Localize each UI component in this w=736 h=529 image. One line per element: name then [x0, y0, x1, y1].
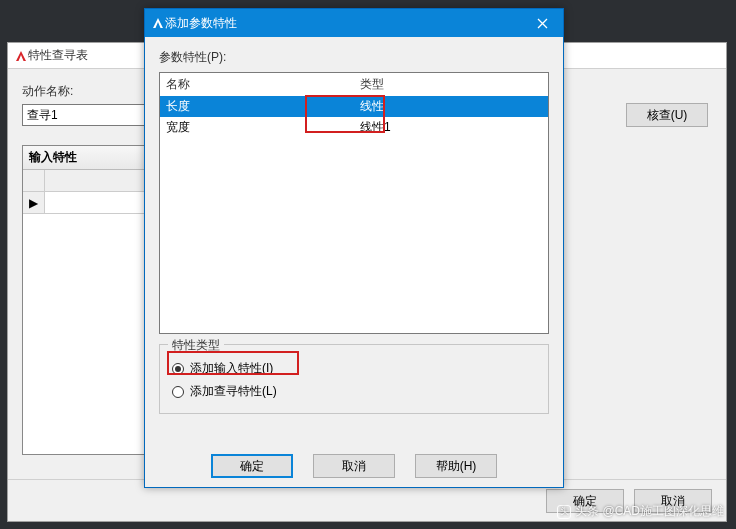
- ok-button[interactable]: 确定: [211, 454, 293, 478]
- bg-window-title: 特性查寻表: [28, 47, 88, 64]
- cell-name: 长度: [160, 96, 354, 117]
- modal-title: 添加参数特性: [165, 15, 521, 32]
- help-button[interactable]: 帮助(H): [415, 454, 497, 478]
- cell-type: 线性1: [354, 117, 548, 138]
- radio-label: 添加输入特性(I): [190, 360, 273, 377]
- param-list[interactable]: 名称 类型 长度 线性 宽度 线性1: [159, 72, 549, 334]
- group-title: 特性类型: [168, 337, 224, 354]
- autocad-logo-icon: [14, 49, 28, 63]
- autocad-logo-icon: [151, 16, 165, 30]
- list-item[interactable]: 长度 线性: [160, 96, 548, 117]
- close-button[interactable]: [521, 9, 563, 37]
- property-type-group: 特性类型 添加输入特性(I) 添加查寻特性(L): [159, 344, 549, 414]
- cancel-button[interactable]: 取消: [313, 454, 395, 478]
- radio-add-lookup[interactable]: 添加查寻特性(L): [170, 380, 538, 403]
- close-icon: [537, 18, 548, 29]
- modal-titlebar: 添加参数特性: [145, 9, 563, 37]
- col-name: 名称: [160, 73, 354, 96]
- modal-footer: 确定 取消 帮助(H): [145, 445, 563, 487]
- list-header: 名称 类型: [160, 73, 548, 96]
- radio-icon: [172, 386, 184, 398]
- row-marker-icon: ▶: [23, 192, 45, 214]
- watermark-icon: 头: [557, 505, 571, 519]
- list-item[interactable]: 宽度 线性1: [160, 117, 548, 138]
- watermark-text: 头条 @CAD施工图深化思维: [575, 503, 724, 520]
- radio-add-input[interactable]: 添加输入特性(I): [170, 357, 538, 380]
- cell-type: 线性: [354, 96, 548, 117]
- param-properties-label: 参数特性(P):: [159, 49, 549, 66]
- watermark: 头 头条 @CAD施工图深化思维: [557, 503, 724, 520]
- col-type: 类型: [354, 73, 548, 96]
- add-param-property-dialog: 添加参数特性 参数特性(P): 名称 类型 长度 线性 宽度 线性1 特性类型: [144, 8, 564, 488]
- cell-name: 宽度: [160, 117, 354, 138]
- radio-label: 添加查寻特性(L): [190, 383, 277, 400]
- verify-button[interactable]: 核查(U): [626, 103, 708, 127]
- radio-icon: [172, 363, 184, 375]
